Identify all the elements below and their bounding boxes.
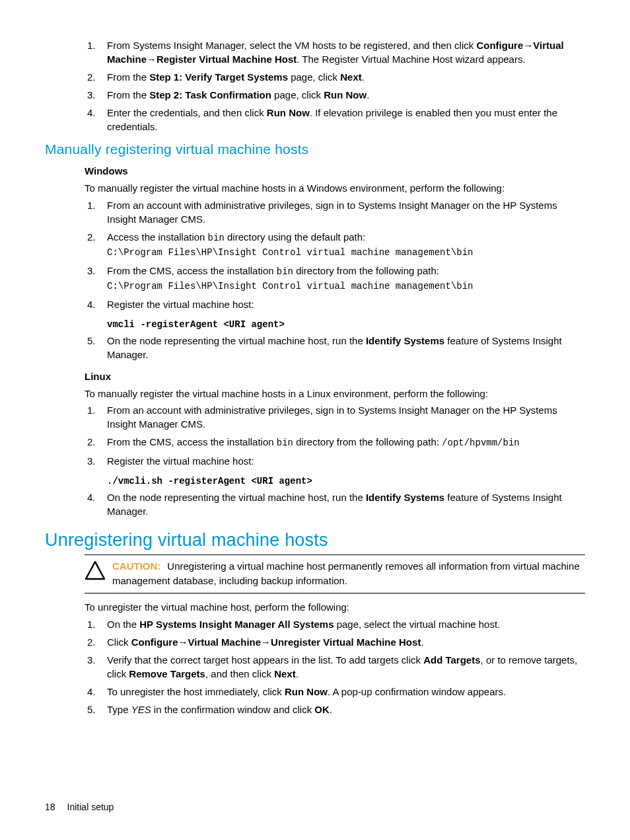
- ui-label: Add Targets: [423, 654, 480, 666]
- code-inline: /opt/hpvmm/bin: [442, 438, 520, 448]
- list-item: From an account with administrative priv…: [107, 403, 585, 431]
- ui-label: Run Now: [285, 686, 328, 697]
- code-block: ./vmcli.sh -registerAgent <URI agent>: [107, 476, 585, 486]
- text: Unregistering a virtual machine host per…: [112, 560, 580, 586]
- code-inline: bin: [277, 266, 293, 277]
- text: Access the installation: [107, 231, 208, 243]
- text: From the CMS, access the installation: [107, 436, 277, 447]
- text: On the node representing the virtual mac…: [107, 335, 366, 346]
- heading-unregister: Unregistering virtual machine hosts: [45, 530, 585, 551]
- code-block: vmcli -registerAgent <URI agent>: [107, 319, 585, 330]
- ui-path: Register Virtual Machine Host: [157, 54, 297, 65]
- paragraph: To manually register the virtual machine…: [85, 181, 585, 196]
- list-item: From the CMS, access the installation bi…: [107, 264, 585, 293]
- text: Verify that the correct target host appe…: [107, 654, 423, 666]
- document-page: From Systems Insight Manager, select the…: [0, 0, 630, 840]
- list-item: Enter the credentials, and then click Ru…: [107, 106, 585, 134]
- list-item: Verify that the correct target host appe…: [107, 653, 585, 681]
- paragraph: To unregister the virtual machine host, …: [85, 600, 585, 615]
- text: On the node representing the virtual mac…: [107, 492, 366, 503]
- caution-label: CAUTION:: [112, 560, 160, 572]
- ordered-list: On the node representing the virtual mac…: [45, 334, 585, 362]
- list-item: From the Step 2: Task Confirmation page,…: [107, 88, 585, 102]
- ui-label: Step 2: Task Confirmation: [149, 89, 271, 100]
- list-item: On the node representing the virtual mac…: [107, 334, 585, 362]
- text: From the: [107, 89, 149, 100]
- text: Click: [107, 636, 131, 648]
- text: From an account with administrative priv…: [107, 200, 557, 225]
- list-item: Access the installation bin directory us…: [107, 230, 585, 260]
- arrow-icon: →: [261, 636, 271, 648]
- ordered-list: From Systems Insight Manager, select the…: [45, 38, 585, 134]
- ordered-list: On the node representing the virtual mac…: [45, 490, 585, 518]
- text: .: [296, 668, 298, 679]
- caution-icon: [85, 560, 108, 582]
- text: page, click: [288, 71, 340, 83]
- ui-path: Virtual Machine: [188, 636, 262, 648]
- text: Register the virtual machine host:: [107, 299, 254, 310]
- code-line: C:\Program Files\HP\Insight Control virt…: [107, 281, 473, 291]
- text: On the: [107, 619, 139, 630]
- code-line: C:\Program Files\HP\Insight Control virt…: [107, 247, 473, 258]
- ui-label: Identify Systems: [366, 492, 444, 503]
- ui-label: Remove Targets: [129, 668, 205, 679]
- caution-box: CAUTION:Unregistering a virtual machine …: [85, 554, 585, 594]
- arrow-icon: →: [523, 40, 533, 51]
- os-label-windows: Windows: [85, 164, 585, 178]
- list-item: Type YES in the confirmation window and …: [107, 703, 585, 716]
- code-inline: bin: [277, 438, 293, 448]
- text: From the CMS, access the installation: [107, 265, 277, 276]
- text: directory from the following path:: [293, 265, 439, 276]
- text: Register the virtual machine host:: [107, 455, 254, 467]
- heading-manual-register: Manually registering virtual machine hos…: [45, 141, 585, 157]
- text: directory using the default path:: [225, 231, 365, 243]
- paragraph: To manually register the virtual machine…: [85, 387, 585, 401]
- footer-section: Initial setup: [67, 802, 114, 812]
- ui-path: Configure: [131, 636, 178, 648]
- arrow-icon: →: [147, 54, 157, 65]
- ui-path: Unregister Virtual Machine Host: [271, 636, 421, 648]
- text: . The Register Virtual Machine Host wiza…: [297, 54, 525, 65]
- svg-marker-0: [86, 562, 104, 579]
- code-inline: bin: [208, 233, 225, 243]
- ordered-list: From an account with administrative priv…: [45, 403, 585, 468]
- text: .: [330, 704, 332, 715]
- ui-label: Next: [340, 71, 362, 83]
- ui-label: Next: [274, 668, 296, 679]
- ordered-list: From an account with administrative priv…: [45, 198, 585, 311]
- list-item: Click Configure→Virtual Machine→Unregist…: [107, 635, 585, 649]
- list-item: On the node representing the virtual mac…: [107, 490, 585, 518]
- text: From an account with administrative priv…: [107, 404, 557, 430]
- text: From the: [107, 71, 149, 83]
- text: page, click: [271, 89, 324, 100]
- ui-path: Configure: [476, 40, 523, 51]
- text: , and then click: [205, 668, 274, 679]
- ui-label: OK: [314, 704, 330, 715]
- list-item: From an account with administrative priv…: [107, 198, 585, 226]
- text: From Systems Insight Manager, select the…: [107, 40, 476, 51]
- list-item: On the HP Systems Insight Manager All Sy…: [107, 617, 585, 631]
- list-item: Register the virtual machine host:: [107, 297, 585, 311]
- ui-label: HP Systems Insight Manager All Systems: [139, 619, 333, 630]
- ui-label: Run Now: [324, 89, 367, 100]
- ui-label: Step 1: Verify Target Systems: [149, 71, 288, 83]
- text: directory from the following path:: [293, 436, 442, 447]
- text: .: [421, 636, 423, 648]
- list-item: From the CMS, access the installation bi…: [107, 435, 585, 450]
- page-footer: 18Initial setup: [45, 802, 114, 812]
- text: page, select the virtual machine host.: [333, 619, 500, 630]
- ui-label: Identify Systems: [366, 335, 444, 346]
- text: . A pop-up confirmation window appears.: [328, 686, 506, 697]
- list-item: To unregister the host immediately, clic…: [107, 685, 585, 699]
- arrow-icon: →: [178, 636, 188, 648]
- page-number: 18: [45, 802, 55, 812]
- os-label-linux: Linux: [85, 369, 585, 384]
- text: To unregister the host immediately, clic…: [107, 686, 285, 697]
- text: .: [367, 89, 369, 100]
- text: .: [362, 71, 365, 83]
- user-input: YES: [131, 704, 151, 715]
- caution-text: CAUTION:Unregistering a virtual machine …: [112, 559, 585, 588]
- list-item: From the Step 1: Verify Target Systems p…: [107, 70, 585, 84]
- text: Enter the credentials, and then click: [107, 107, 267, 118]
- text: in the confirmation window and click: [151, 704, 315, 715]
